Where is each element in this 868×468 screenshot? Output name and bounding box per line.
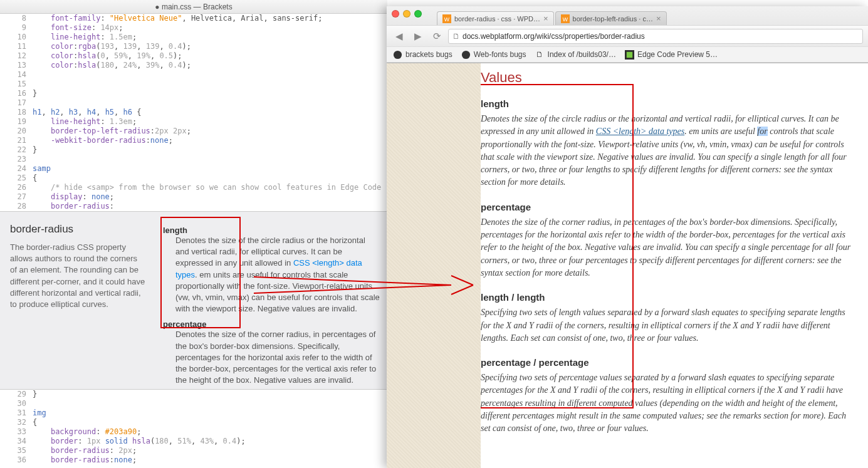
page-heading: Values — [481, 70, 857, 86]
page: Values lengthDenotes the size of the cir… — [387, 63, 868, 468]
section-body: Specifying two sets of percentage values… — [481, 372, 857, 435]
inline-docs-panel: border-radius The border-radius CSS prop… — [0, 211, 387, 390]
section-body: Specifying two sets of length values sep… — [481, 306, 857, 345]
code-lines[interactable]: font-family: "Helvetica Neue", Helvetica… — [33, 14, 387, 211]
site-icon: 🗋 — [452, 32, 460, 41]
editor-title: ● main.css — Brackets — [155, 3, 232, 11]
url-text: docs.webplatform.org/wiki/css/properties… — [463, 32, 645, 41]
section-title: length / length — [481, 292, 857, 303]
bookmarks-bar: brackets bugsWeb-fonts bugs🗋Index of /bu… — [387, 46, 868, 63]
file-icon: 🗋 — [535, 50, 545, 60]
github-icon — [461, 50, 471, 60]
reload-button[interactable]: ⟳ — [429, 29, 444, 44]
section-body: Denotes the size of the corner radius, i… — [481, 216, 857, 279]
code-area-bottom[interactable]: 2930313233343536 } img{ background: #203… — [0, 390, 387, 465]
value-desc: Denotes the size of the circle radius or… — [175, 235, 380, 315]
code-area-top[interactable]: 8910111213141516171819202122232425262728… — [0, 14, 387, 211]
tab-label: border-top-left-radius · c… — [573, 15, 653, 23]
zoom-icon[interactable] — [414, 10, 422, 18]
bookmark-item[interactable]: Web-fonts bugs — [461, 50, 526, 60]
svg-point-5 — [462, 50, 470, 58]
bookmark-label: Web-fonts bugs — [474, 50, 526, 59]
page-sidebar — [387, 63, 481, 468]
close-tab-icon[interactable]: × — [656, 14, 661, 23]
bookmark-label: Edge Code Preview 5… — [637, 50, 718, 59]
page-content[interactable]: Values lengthDenotes the size of the cir… — [481, 63, 868, 468]
inline-docs-values[interactable]: lengthDenotes the size of the circle rad… — [155, 212, 387, 389]
inline-docs-title: border-radius — [10, 223, 145, 236]
browser-chrome: Wborder-radius · css · WPD…×Wborder-top-… — [387, 6, 868, 63]
editor-window: ● main.css — Brackets 891011121314151617… — [0, 0, 387, 468]
github-icon — [393, 50, 402, 60]
favicon-icon: W — [561, 14, 570, 23]
value-term: percentage — [163, 320, 380, 329]
svg-point-4 — [394, 50, 402, 58]
back-button[interactable]: ◀ — [392, 29, 407, 44]
value-desc: Denotes the size of the corner radius, i… — [175, 329, 380, 386]
gutter: 8910111213141516171819202122232425262728 — [0, 14, 33, 211]
code-lines[interactable]: } img{ background: #203a90; border: 1px … — [33, 390, 387, 465]
forward-button[interactable]: ▶ — [410, 29, 426, 44]
tab-label: border-radius · css · WPD… — [454, 15, 540, 23]
inline-docs-summary: border-radius The border-radius CSS prop… — [0, 212, 155, 389]
gutter: 2930313233343536 — [0, 390, 33, 465]
inline-docs-summary-text: The border-radius CSS property allows au… — [10, 242, 145, 310]
tabs-row: Wborder-radius · css · WPD…×Wborder-top-… — [387, 9, 868, 25]
value-term: length — [163, 226, 380, 235]
section-title: percentage — [481, 202, 857, 212]
section-title: percentage / percentage — [481, 357, 857, 368]
bookmark-label: Index of /builds03/… — [548, 50, 616, 59]
address-bar[interactable]: 🗋 docs.webplatform.org/wiki/css/properti… — [448, 29, 863, 44]
svg-text:W: W — [444, 16, 450, 22]
browser-window: Wborder-radius · css · WPD…×Wborder-top-… — [387, 6, 868, 468]
minimize-icon[interactable] — [403, 10, 410, 18]
favicon-icon: W — [442, 14, 451, 23]
nav-row: ◀ ▶ ⟳ 🗋 docs.webplatform.org/wiki/css/pr… — [387, 25, 868, 46]
bookmark-item[interactable]: 🗋Index of /builds03/… — [535, 50, 616, 60]
close-tab-icon[interactable]: × — [543, 14, 548, 23]
section-title: length — [481, 98, 857, 109]
editor-titlebar: ● main.css — Brackets — [0, 0, 387, 14]
browser-tab[interactable]: Wborder-top-left-radius · c…× — [555, 11, 667, 25]
svg-text:W: W — [562, 16, 568, 22]
editor-body: 8910111213141516171819202122232425262728… — [0, 14, 387, 468]
close-icon[interactable] — [392, 10, 399, 18]
section-body: Denotes the size of the circle radius or… — [481, 113, 857, 189]
svg-rect-7 — [627, 51, 632, 57]
bookmark-item[interactable]: Edge Code Preview 5… — [625, 50, 718, 60]
bookmark-label: brackets bugs — [405, 50, 452, 59]
bookmark-item[interactable]: brackets bugs — [393, 50, 452, 60]
browser-tab[interactable]: Wborder-radius · css · WPD…× — [437, 11, 554, 25]
edge-icon — [625, 50, 634, 60]
